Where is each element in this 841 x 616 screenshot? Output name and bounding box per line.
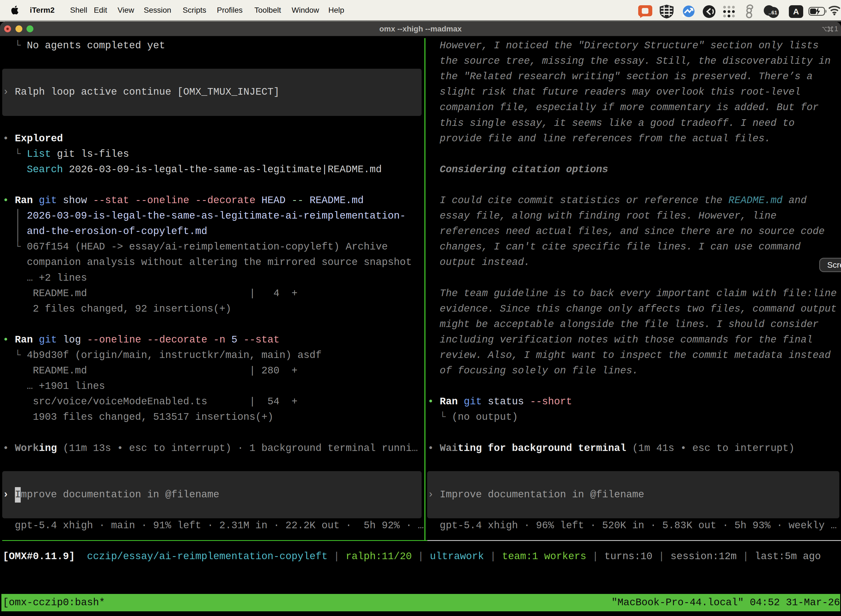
svg-text:..61: ..61 (768, 10, 777, 15)
